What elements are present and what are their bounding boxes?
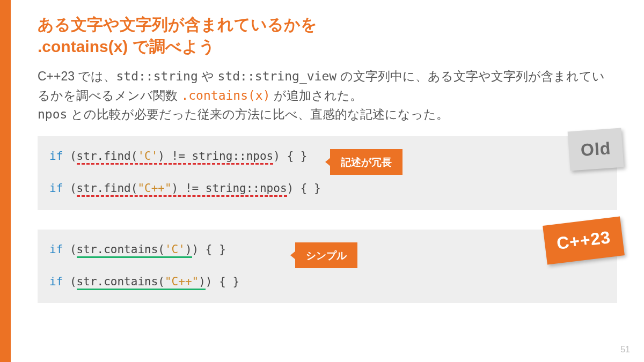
string-literal: 'C' [137,150,158,162]
accent-stripe [0,0,11,362]
text: str.contains( [77,243,165,256]
text: ( [63,243,76,256]
slide-body: C++23 では、std::string や std::string_view … [38,67,617,124]
code-block-new: if (str.contains('C')) { } if (str.conta… [38,230,617,304]
slide-title: ある文字や文字列が含まれているかを .contains(x) で調べよう [38,14,617,57]
text: ( [63,275,76,288]
code-line: if (str.find("C++") != string::npos) { } [49,178,605,200]
text: C++23 では、 [38,69,116,83]
text: ) { } [206,275,239,288]
page-number: 51 [620,345,630,354]
callout-old: 記述が冗長 [330,149,402,175]
title-line2: .contains(x) で調べよう [38,36,617,58]
code-inline: npos [38,107,67,121]
code-inline: std::string_view [218,69,337,83]
paragraph-2: npos との比較が必要だった従来の方法に比べ、直感的な記述になった。 [38,105,617,124]
text: str.find( [77,182,138,195]
string-literal: "C++" [165,275,199,288]
title-line1: ある文字や文字列が含まれているかを [38,14,617,36]
code-block-old: if (str.find('C') != string::npos) { } i… [38,136,617,210]
keyword: if [49,243,63,256]
text: ) [185,243,192,256]
text: が追加された。 [270,88,362,102]
paragraph-1: C++23 では、std::string や std::string_view … [38,67,617,105]
text: ) [199,275,206,288]
text: ) { } [273,150,307,162]
text: ) != string::npos [158,150,273,162]
keyword: if [49,275,63,288]
text: str.contains( [77,275,165,288]
keyword: if [49,150,63,162]
text: ) { } [192,243,226,256]
code-line: if (str.contains("C++")) { } [49,271,605,293]
blank-line [49,167,605,178]
code-inline: std::string [116,69,197,83]
string-literal: "C++" [137,182,171,195]
text: ( [63,182,76,195]
keyword: if [49,182,63,195]
callout-new: シンプル [295,242,357,268]
code-inline-accent: .contains(x) [181,88,270,102]
text: や [198,69,218,83]
text: str.find( [77,150,138,162]
tag-old: Old [567,128,624,171]
text: との比較が必要だった従来の方法に比べ、直感的な記述になった。 [67,107,448,121]
text: ) != string::npos [172,182,287,195]
slide-content: ある文字や文字列が含まれているかを .contains(x) で調べよう C++… [38,14,617,303]
string-literal: 'C' [165,243,185,256]
text: ( [63,150,76,162]
text: ) { } [287,182,321,195]
